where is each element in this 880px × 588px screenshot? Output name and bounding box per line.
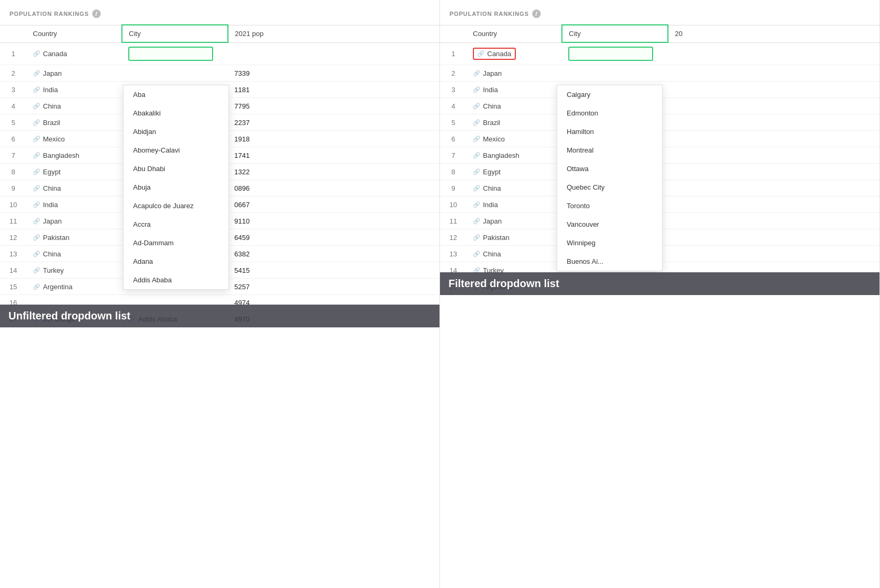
row-country: Japan [27, 213, 122, 229]
right-info-icon[interactable]: i [532, 10, 541, 18]
row-country: China [467, 246, 562, 262]
dropdown-item[interactable]: Abuja [124, 178, 228, 197]
row-pop [668, 98, 879, 114]
right-title-text: POPULATION RANKINGS [450, 11, 529, 17]
row-country: Turkey [27, 262, 122, 279]
row-num: 5 [440, 114, 467, 131]
left-info-icon[interactable]: i [92, 10, 101, 18]
city-input-right[interactable] [568, 47, 653, 61]
country-link[interactable]: Turkey [33, 266, 64, 274]
row-pop [668, 131, 879, 147]
row-country: Mexico [467, 131, 562, 147]
country-link[interactable]: Japan [473, 217, 501, 225]
country-link[interactable]: Egypt [33, 168, 60, 176]
dropdown-item[interactable]: Abidjan [124, 122, 228, 141]
row-pop: 5257 [228, 279, 439, 295]
country-link[interactable]: Mexico [33, 135, 65, 143]
dropdown-item[interactable]: Abomey-Calavi [124, 141, 228, 159]
country-link[interactable]: Brazil [473, 119, 500, 127]
country-link[interactable]: China [473, 250, 501, 258]
dropdown-item[interactable]: Edmonton [557, 104, 662, 122]
row-num: 15 [0, 279, 27, 295]
dropdown-item[interactable]: Aba [124, 85, 228, 104]
row-pop [668, 164, 879, 180]
country-link[interactable]: Japan [33, 217, 61, 225]
country-link[interactable]: China [473, 102, 501, 110]
country-link[interactable]: Pakistan [473, 234, 509, 242]
country-link[interactable]: Canada [33, 50, 67, 58]
country-link[interactable]: Pakistan [33, 234, 69, 242]
row-country: Brazil [27, 114, 122, 131]
row-pop: 0896 [228, 180, 439, 197]
row-country: China [27, 180, 122, 197]
country-link[interactable]: Canada [477, 50, 512, 58]
row-country: Japan [467, 213, 562, 229]
country-link[interactable]: India [473, 86, 498, 94]
right-col-num [440, 25, 467, 42]
dropdown-item[interactable]: Hamilton [557, 122, 662, 141]
country-link[interactable]: Japan [473, 69, 501, 77]
row-pop: 0667 [228, 197, 439, 213]
row-pop: 2237 [228, 114, 439, 131]
row-country: Japan [467, 65, 562, 82]
right-badge-label: Filtered dropdown list [440, 272, 879, 295]
dropdown-item[interactable]: Ottawa [557, 159, 662, 178]
country-link[interactable]: India [33, 201, 58, 209]
filtered-dropdown[interactable]: CalgaryEdmontonHamiltonMontrealOttawaQue… [557, 85, 663, 271]
country-link[interactable]: China [33, 102, 61, 110]
dropdown-item[interactable]: Quebec City [557, 178, 662, 197]
country-link[interactable]: Bangladesh [473, 152, 520, 159]
dropdown-item[interactable]: Montreal [557, 141, 662, 159]
row-country: Bangladesh [27, 147, 122, 164]
country-link[interactable]: India [473, 201, 498, 209]
country-link[interactable]: Bangladesh [33, 152, 80, 159]
country-link[interactable]: Japan [33, 69, 61, 77]
dropdown-item[interactable]: Ad-Dammam [124, 234, 228, 252]
city-input[interactable] [128, 47, 213, 61]
row-pop [668, 229, 879, 246]
row-pop [668, 147, 879, 164]
dropdown-item[interactable]: Calgary [557, 85, 662, 104]
row-num: 2 [0, 65, 27, 82]
left-col-city: City [122, 25, 228, 42]
row-country: China [27, 98, 122, 114]
row-num: 1 [0, 42, 27, 65]
country-link[interactable]: Argentina [33, 283, 73, 291]
dropdown-item[interactable]: Addis Ababa [124, 271, 228, 289]
dropdown-item[interactable]: Acapulco de Juarez [124, 197, 228, 215]
row-country: Argentina [27, 279, 122, 295]
row-pop: 1741 [228, 147, 439, 164]
dropdown-item[interactable]: Winnipeg [557, 234, 662, 252]
row-country: China [467, 180, 562, 197]
row-pop: 7795 [228, 98, 439, 114]
dropdown-item[interactable]: Abu Dhabi [124, 159, 228, 178]
row-country: Brazil [467, 114, 562, 131]
dropdown-item[interactable]: Vancouver [557, 215, 662, 234]
left-col-pop: 2021 pop [228, 25, 439, 42]
unfiltered-dropdown[interactable]: AbaAbakalikiAbidjanAbomey-CalaviAbu Dhab… [123, 85, 229, 290]
dropdown-item[interactable]: Accra [124, 215, 228, 234]
row-country: Mexico [27, 131, 122, 147]
row-pop [668, 114, 879, 131]
row-num: 12 [0, 229, 27, 246]
row-country: India [467, 197, 562, 213]
row-pop [668, 65, 879, 82]
right-panel-title: POPULATION RANKINGS i [440, 10, 879, 24]
row-num: 6 [440, 131, 467, 147]
country-link[interactable]: Egypt [473, 168, 500, 176]
row-pop: 6382 [228, 246, 439, 262]
row-country: Pakistan [467, 229, 562, 246]
dropdown-item[interactable]: Adana [124, 252, 228, 271]
country-link[interactable]: India [33, 86, 58, 94]
country-link[interactable]: Mexico [473, 135, 505, 143]
row-pop [228, 42, 439, 65]
country-link[interactable]: Brazil [33, 119, 60, 127]
dropdown-item[interactable]: Toronto [557, 197, 662, 215]
country-link[interactable]: China [473, 184, 501, 192]
country-link[interactable]: China [33, 250, 61, 258]
country-link[interactable]: China [33, 184, 61, 192]
row-country: Egypt [27, 164, 122, 180]
dropdown-item[interactable]: Abakaliki [124, 104, 228, 122]
dropdown-item[interactable]: Buenos Ai... [557, 252, 662, 271]
right-col-country: Country [467, 25, 562, 42]
